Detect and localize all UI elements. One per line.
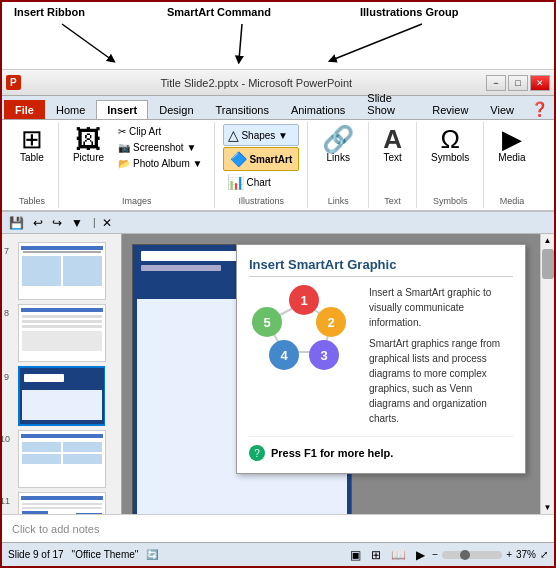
smartart-circles: 1 2 3 4 5 — [249, 285, 359, 385]
text-button[interactable]: A Text — [377, 124, 408, 165]
media-icon: ▶ — [502, 126, 522, 152]
zoom-out-btn[interactable]: − — [432, 549, 438, 560]
tab-file[interactable]: File — [4, 100, 45, 119]
slide-num-7: 7 — [4, 246, 9, 256]
svg-text:1: 1 — [300, 293, 307, 308]
close-button[interactable]: ✕ — [530, 75, 550, 91]
text-group-label: Text — [384, 192, 401, 206]
zoom-in-btn[interactable]: + — [506, 549, 512, 560]
tab-animations[interactable]: Animations — [280, 100, 356, 119]
slide-thumbnail-7[interactable]: 7 — [18, 242, 105, 300]
svg-line-2 — [332, 24, 422, 60]
images-items: 🖼 Picture ✂ Clip Art 📷 Screenshot ▼ 📂 Ph… — [67, 124, 207, 192]
qa-save[interactable]: 💾 — [6, 215, 27, 231]
app-logo: P — [6, 75, 21, 90]
shapes-icon: △ — [228, 127, 239, 143]
tab-home[interactable]: Home — [45, 100, 96, 119]
svg-line-0 — [62, 24, 112, 60]
svg-text:5: 5 — [263, 315, 270, 330]
qa-separator: | — [93, 217, 96, 228]
photoalbum-label: Photo Album ▼ — [133, 158, 202, 169]
slide-thumb-10 — [18, 430, 106, 488]
scrollbar-thumb[interactable] — [542, 249, 554, 279]
theme-info: "Office Theme" — [72, 549, 139, 560]
slide-thumb-11 — [18, 492, 106, 514]
minimize-button[interactable]: − — [486, 75, 506, 91]
ribbon-group-images: 🖼 Picture ✂ Clip Art 📷 Screenshot ▼ 📂 Ph… — [59, 122, 216, 208]
images-group-label: Images — [122, 192, 152, 206]
photoalbum-button[interactable]: 📂 Photo Album ▼ — [114, 156, 206, 171]
slide-thumbnail-9[interactable]: 9 — [18, 366, 105, 426]
qa-more[interactable]: ▼ — [68, 215, 86, 231]
screenshot-button[interactable]: 📷 Screenshot ▼ — [114, 140, 206, 155]
tooltip-body: 1 2 3 4 5 — [249, 285, 513, 426]
symbols-group-label: Symbols — [433, 192, 468, 206]
qa-close-panel[interactable]: ✕ — [99, 215, 115, 231]
slide-num-10: 10 — [2, 434, 10, 444]
qa-redo[interactable]: ↪ — [49, 215, 65, 231]
smartart-button[interactable]: 🔷 SmartArt — [223, 147, 299, 171]
links-button[interactable]: 🔗 Links — [316, 124, 360, 165]
svg-text:2: 2 — [327, 315, 334, 330]
table-button[interactable]: ⊞ Table — [14, 124, 50, 165]
fit-slide-btn[interactable]: ⤢ — [540, 549, 548, 560]
normal-view-btn[interactable]: ▣ — [347, 547, 364, 563]
picture-button[interactable]: 🖼 Picture — [67, 124, 110, 165]
tab-insert[interactable]: Insert — [96, 100, 148, 119]
ribbon-group-symbols: Ω Symbols Symbols — [417, 122, 484, 208]
chart-icon: 📊 — [227, 174, 244, 190]
zoom-thumb — [460, 550, 470, 560]
slide-num-9: 9 — [4, 372, 9, 382]
smartart-icon: 🔷 — [230, 151, 247, 167]
links-icon: 🔗 — [322, 126, 354, 152]
tab-design[interactable]: Design — [148, 100, 204, 119]
zoom-level: 37% — [516, 549, 536, 560]
tab-transitions[interactable]: Transitions — [205, 100, 280, 119]
screenshot-label: Screenshot ▼ — [133, 142, 196, 153]
slide-thumbnail-10[interactable]: 10 — [18, 430, 105, 488]
status-bar: Slide 9 of 17 "Office Theme" 🔄 ▣ ⊞ 📖 ▶ −… — [2, 542, 554, 566]
title-bar-text: Title Slide2.pptx - Microsoft PowerPoint — [27, 77, 486, 89]
illustrations-col: △ Shapes ▼ 🔷 SmartArt 📊 Chart — [223, 124, 299, 192]
screenshot-icon: 📷 — [118, 142, 130, 153]
notes-bar[interactable]: Click to add notes — [2, 514, 554, 542]
help-icon[interactable]: ❓ — [525, 99, 554, 119]
main-area: 7 8 9 — [2, 234, 554, 514]
reading-view-btn[interactable]: 📖 — [388, 547, 409, 563]
media-button[interactable]: ▶ Media — [492, 124, 531, 165]
tab-view[interactable]: View — [479, 100, 525, 119]
ribbon-group-media: ▶ Media Media — [484, 122, 539, 208]
tooltip-help-text: Press F1 for more help. — [271, 447, 393, 459]
scroll-down-arrow[interactable]: ▼ — [542, 501, 554, 514]
tooltip-title: Insert SmartArt Graphic — [249, 257, 513, 277]
tables-group-label: Tables — [19, 192, 45, 206]
help-circle-icon: ? — [249, 445, 265, 461]
chart-button[interactable]: 📊 Chart — [223, 172, 299, 192]
tooltip-description: Insert a SmartArt graphic to visually co… — [369, 285, 513, 426]
shapes-button[interactable]: △ Shapes ▼ — [223, 124, 299, 146]
images-col: ✂ Clip Art 📷 Screenshot ▼ 📂 Photo Album … — [114, 124, 206, 171]
clipart-icon: ✂ — [118, 126, 126, 137]
media-group-label: Media — [500, 192, 525, 206]
qa-undo[interactable]: ↩ — [30, 215, 46, 231]
annotation-smartart-command: SmartArt Command — [167, 6, 271, 18]
shapes-label: Shapes ▼ — [241, 130, 288, 141]
slideshow-view-btn[interactable]: ▶ — [413, 547, 428, 563]
slide-thumbnail-8[interactable]: 8 — [18, 304, 105, 362]
window-controls: − □ ✕ — [486, 75, 550, 91]
maximize-button[interactable]: □ — [508, 75, 528, 91]
tab-slideshow[interactable]: Slide Show — [356, 88, 421, 119]
slidesorter-view-btn[interactable]: ⊞ — [368, 547, 384, 563]
scroll-up-arrow[interactable]: ▲ — [542, 234, 554, 247]
slide-canvas-area: Insert SmartArt Graphic — [122, 234, 540, 514]
slide-num-8: 8 — [4, 308, 9, 318]
slide-thumbnail-11[interactable]: 11 — [18, 492, 105, 514]
svg-text:3: 3 — [320, 348, 327, 363]
tab-review[interactable]: Review — [421, 100, 479, 119]
svg-text:4: 4 — [280, 348, 288, 363]
clipart-button[interactable]: ✂ Clip Art — [114, 124, 206, 139]
illustrations-group-label: Illustrations — [239, 192, 285, 206]
ribbon-tabs: File Home Insert Design Transitions Anim… — [2, 96, 554, 120]
zoom-slider[interactable] — [442, 551, 502, 559]
symbols-button[interactable]: Ω Symbols — [425, 124, 475, 165]
